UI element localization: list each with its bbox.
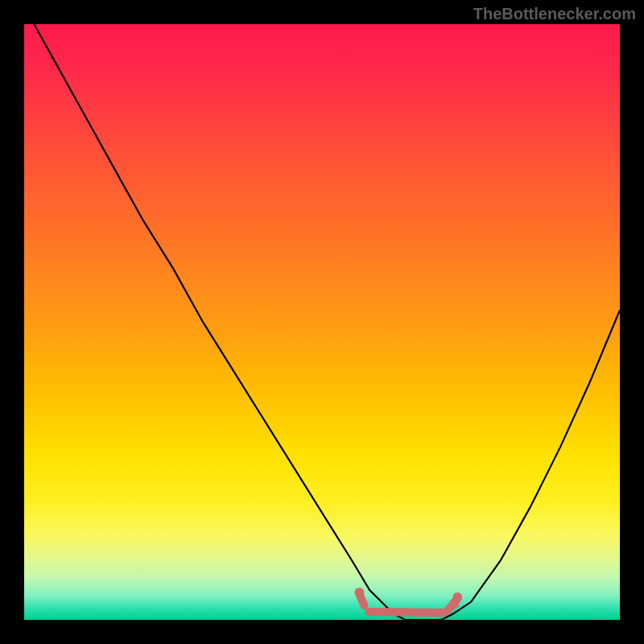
chart-svg — [24, 24, 620, 620]
marker-dot-left — [354, 588, 364, 597]
bottleneck-curve — [24, 24, 620, 620]
marker-dot-right-2 — [452, 592, 462, 602]
attribution-text: TheBottlenecker.com — [473, 5, 636, 23]
optimal-range-marker — [359, 594, 457, 613]
plot-area — [24, 24, 620, 620]
chart-container: TheBottlenecker.com — [0, 0, 644, 644]
